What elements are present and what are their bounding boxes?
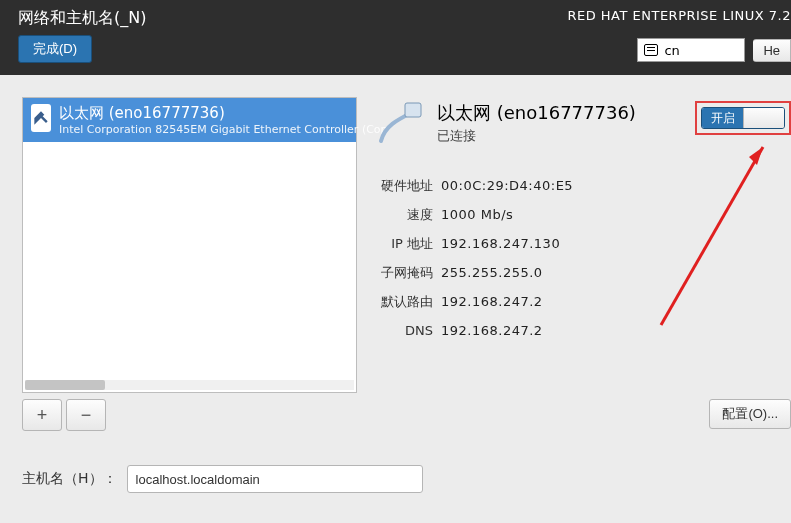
network-device-item[interactable]: 以太网 (eno16777736) Intel Corporation 8254… — [23, 98, 356, 142]
annotation-highlight: 开启 — [695, 101, 791, 135]
device-name: 以太网 (eno16777736) — [59, 104, 388, 123]
connection-title: 以太网 (eno16777736) — [437, 101, 636, 125]
toggle-on-label: 开启 — [702, 108, 743, 128]
help-button[interactable]: He — [753, 39, 791, 62]
configure-button[interactable]: 配置(O)... — [709, 399, 791, 429]
svg-marker-2 — [749, 147, 763, 165]
distro-label: RED HAT ENTERPRISE LINUX 7.2 — [491, 8, 791, 23]
connection-toggle[interactable]: 开启 — [701, 107, 785, 129]
svg-line-1 — [661, 147, 763, 325]
keyboard-layout-label: cn — [664, 43, 679, 58]
keyboard-icon — [644, 44, 658, 56]
hostname-label: 主机名（H）： — [22, 470, 117, 488]
ethernet-icon — [31, 104, 51, 132]
network-device-list[interactable]: 以太网 (eno16777736) Intel Corporation 8254… — [22, 97, 357, 393]
ethernet-large-icon — [375, 101, 423, 145]
annotation-arrow — [651, 135, 781, 335]
connection-status: 已连接 — [437, 127, 636, 145]
add-device-button[interactable]: + — [22, 399, 62, 431]
remove-device-button[interactable]: − — [66, 399, 106, 431]
svg-rect-0 — [405, 103, 421, 117]
installer-topbar: 网络和主机名(_N) 完成(D) RED HAT ENTERPRISE LINU… — [0, 0, 791, 75]
done-button[interactable]: 完成(D) — [18, 35, 92, 63]
horizontal-scrollbar[interactable] — [25, 380, 354, 390]
toggle-knob — [743, 108, 784, 128]
device-subtitle: Intel Corporation 82545EM Gigabit Ethern… — [59, 123, 388, 136]
hostname-input[interactable] — [127, 465, 423, 493]
keyboard-layout-indicator[interactable]: cn — [637, 38, 745, 62]
